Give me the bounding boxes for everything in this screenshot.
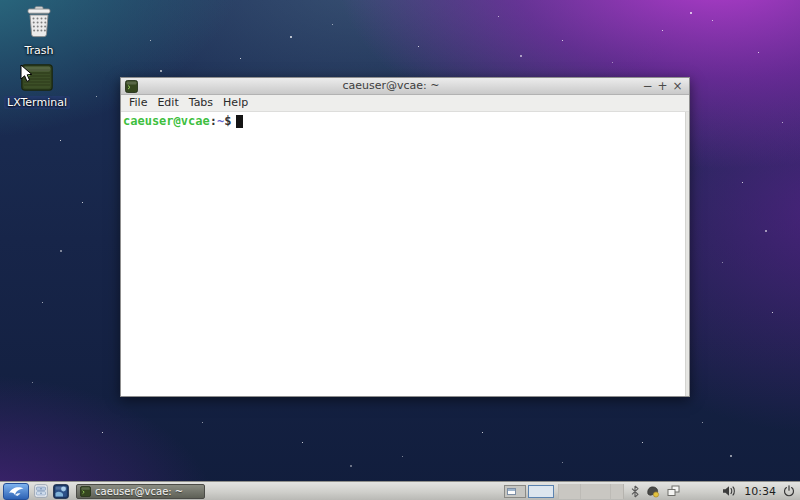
volume-icon <box>722 485 736 497</box>
terminal-window: caeuser@vcae: ~ − + × File Edit Tabs Hel… <box>120 77 690 397</box>
bluetooth-icon <box>631 485 639 498</box>
clock[interactable]: 10:34 <box>744 485 776 498</box>
star-field <box>0 0 2 2</box>
terminal-cursor <box>236 115 243 128</box>
prompt-user-host: caeuser@vcae <box>123 114 210 128</box>
cascading-windows-icon <box>667 485 680 497</box>
window-title: caeuser@vcae: ~ <box>142 78 640 94</box>
system-tray: 10:34 <box>504 484 797 499</box>
trash-icon <box>21 6 57 39</box>
start-menu-button[interactable] <box>3 483 29 500</box>
show-desktop-icon <box>53 484 69 499</box>
desktop-icon-label: Trash <box>21 44 56 57</box>
window-titlebar[interactable]: caeuser@vcae: ~ − + × <box>121 78 689 95</box>
tray-spacer <box>580 484 610 499</box>
window-terminal-icon <box>125 80 138 93</box>
terminal-content[interactable]: caeuser@vcae:~$ <box>121 112 689 396</box>
power-icon <box>783 485 795 497</box>
menu-item-help[interactable]: Help <box>218 95 253 111</box>
workspace-1[interactable] <box>504 485 526 498</box>
menu-item-file[interactable]: File <box>124 95 152 111</box>
task-button-terminal[interactable]: caeuser@vcae: ~ <box>76 484 205 499</box>
bluetooth-tray-item[interactable] <box>631 485 639 498</box>
desktop-icon-lxterminal[interactable]: LXTerminal <box>4 64 70 110</box>
minimize-button[interactable]: − <box>640 79 655 94</box>
task-button-label: caeuser@vcae: ~ <box>95 486 183 497</box>
workspace-2[interactable] <box>528 485 554 498</box>
mouse-pointer-icon <box>20 64 34 83</box>
close-button[interactable]: × <box>670 79 685 94</box>
workspace-pager <box>504 485 554 498</box>
tray-device-icon <box>646 485 660 498</box>
scrollbar-track[interactable] <box>685 112 689 396</box>
menu-item-edit[interactable]: Edit <box>152 95 183 111</box>
prompt-dollar: $ <box>224 114 231 128</box>
prompt-colon: : <box>210 114 217 128</box>
power-button[interactable] <box>783 485 795 497</box>
desktop-icon-label: LXTerminal <box>4 96 70 109</box>
desktop-icon-trash[interactable]: Trash <box>6 6 72 58</box>
volume-tray-item[interactable] <box>722 485 736 497</box>
terminal-prompt: caeuser@vcae:~$ <box>121 112 689 128</box>
tray-spacer <box>610 484 624 499</box>
clipboard-manager-item[interactable] <box>667 485 680 497</box>
file-manager-launcher[interactable] <box>34 484 48 498</box>
tray-device-item[interactable] <box>646 485 660 498</box>
menu-item-tabs[interactable]: Tabs <box>184 95 218 111</box>
mini-window <box>507 488 516 495</box>
maximize-button[interactable]: + <box>655 79 670 94</box>
window-menubar: File Edit Tabs Help <box>121 95 689 112</box>
terminal-icon-small <box>80 486 91 497</box>
desktop: Trash LXTerminal caeuser@vcae: <box>0 0 800 500</box>
tray-spacer <box>558 484 580 499</box>
lxde-menu-icon <box>7 485 25 498</box>
show-desktop-button[interactable] <box>53 484 69 499</box>
file-manager-icon <box>34 484 48 498</box>
taskbar: caeuser@vcae: ~ <box>0 481 800 500</box>
